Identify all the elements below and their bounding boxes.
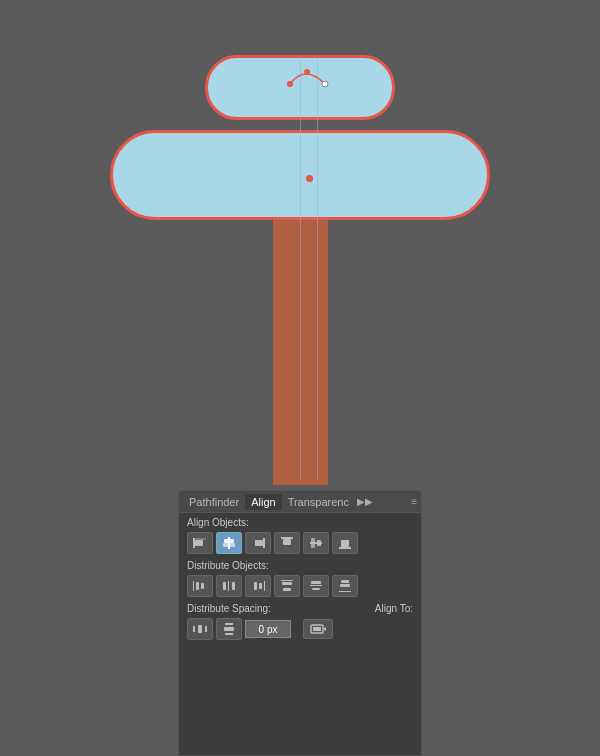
tab-menu-icon[interactable]: ≡ xyxy=(411,496,417,507)
tab-more-icon[interactable]: ▶▶ xyxy=(357,496,373,507)
dist-vspace-btn[interactable] xyxy=(216,618,242,640)
svg-rect-33 xyxy=(339,591,351,592)
svg-rect-36 xyxy=(193,626,195,632)
svg-rect-9 xyxy=(263,538,265,548)
dist-right-icon xyxy=(250,579,266,593)
svg-rect-19 xyxy=(196,582,199,590)
dist-top-icon xyxy=(279,579,295,593)
align-top-icon xyxy=(279,536,295,550)
sign-illustration xyxy=(110,55,490,485)
svg-rect-21 xyxy=(228,581,229,591)
svg-rect-7 xyxy=(224,539,234,543)
svg-rect-4 xyxy=(195,540,203,546)
svg-rect-41 xyxy=(224,627,234,631)
align-to-label: Align To: xyxy=(375,603,413,614)
distribute-spacing-row xyxy=(179,616,421,642)
svg-rect-38 xyxy=(198,625,202,633)
svg-rect-30 xyxy=(310,585,322,586)
svg-rect-16 xyxy=(339,547,351,549)
align-panel: Pathfinder Align Transparenc ▶▶ ≡ Align … xyxy=(178,490,422,756)
svg-rect-39 xyxy=(225,623,233,625)
align-hcenter-btn[interactable] xyxy=(216,532,242,554)
svg-rect-12 xyxy=(283,539,291,545)
align-top-btn[interactable] xyxy=(274,532,300,554)
dist-hspace-icon xyxy=(192,622,208,636)
arc-handle xyxy=(285,59,335,94)
dist-bottom-icon xyxy=(337,579,353,593)
tab-pathfinder[interactable]: Pathfinder xyxy=(183,494,245,510)
svg-rect-20 xyxy=(201,583,204,589)
svg-rect-37 xyxy=(205,626,207,632)
dist-hcenter-icon xyxy=(221,579,237,593)
align-right-icon xyxy=(250,536,266,550)
svg-rect-10 xyxy=(255,540,263,546)
distribute-spacing-label: Distribute Spacing: xyxy=(187,603,271,614)
svg-rect-23 xyxy=(232,582,235,590)
svg-rect-25 xyxy=(254,582,257,590)
svg-rect-11 xyxy=(281,537,293,539)
svg-rect-17 xyxy=(341,540,349,547)
dist-vcenter-icon xyxy=(308,579,324,593)
svg-rect-29 xyxy=(283,588,291,591)
distribute-objects-label: Distribute Objects: xyxy=(179,556,421,573)
svg-point-1 xyxy=(304,69,310,75)
bbox-line-right xyxy=(317,60,318,480)
svg-rect-3 xyxy=(193,538,195,548)
dist-vcenter-btn[interactable] xyxy=(303,575,329,597)
svg-rect-15 xyxy=(317,540,321,546)
align-right-btn[interactable] xyxy=(245,532,271,554)
svg-rect-43 xyxy=(313,627,321,631)
tab-bar: Pathfinder Align Transparenc ▶▶ ≡ xyxy=(179,491,421,513)
px-input[interactable] xyxy=(245,620,291,638)
svg-rect-5 xyxy=(195,538,206,540)
dist-hcenter-btn[interactable] xyxy=(216,575,242,597)
align-vcenter-btn[interactable] xyxy=(303,532,329,554)
dist-left-icon xyxy=(192,579,208,593)
align-bottom-btn[interactable] xyxy=(332,532,358,554)
align-left-icon xyxy=(192,536,208,550)
tab-align[interactable]: Align xyxy=(245,494,281,510)
bbox-line-left xyxy=(300,60,301,480)
svg-point-2 xyxy=(322,81,328,87)
svg-rect-35 xyxy=(341,580,349,583)
svg-rect-26 xyxy=(259,583,262,589)
dist-vspace-icon xyxy=(221,622,237,636)
svg-rect-27 xyxy=(281,580,293,581)
svg-point-0 xyxy=(287,81,293,87)
svg-rect-28 xyxy=(282,582,292,585)
svg-rect-22 xyxy=(223,582,226,590)
svg-rect-14 xyxy=(311,538,315,548)
distribute-objects-row xyxy=(179,573,421,599)
svg-rect-8 xyxy=(223,543,235,547)
tab-transparenc[interactable]: Transparenc xyxy=(282,494,355,510)
align-left-btn[interactable] xyxy=(187,532,213,554)
dist-left-btn[interactable] xyxy=(187,575,213,597)
svg-rect-40 xyxy=(225,633,233,635)
svg-rect-32 xyxy=(312,588,320,590)
canvas-area xyxy=(0,0,600,490)
dist-right-btn[interactable] xyxy=(245,575,271,597)
align-objects-label: Align Objects: xyxy=(179,513,421,530)
dist-hspace-btn[interactable] xyxy=(187,618,213,640)
svg-rect-18 xyxy=(193,581,194,591)
align-vcenter-icon xyxy=(308,536,324,550)
svg-rect-24 xyxy=(264,581,265,591)
align-hcenter-icon xyxy=(221,536,237,550)
align-objects-row xyxy=(179,530,421,556)
dist-bottom-btn[interactable] xyxy=(332,575,358,597)
align-to-dropdown[interactable] xyxy=(303,619,333,639)
align-to-icon xyxy=(309,621,327,637)
svg-rect-31 xyxy=(311,581,321,584)
anchor-center xyxy=(306,175,313,182)
svg-rect-34 xyxy=(340,584,350,587)
spacing-section-header: Distribute Spacing: Align To: xyxy=(179,599,421,616)
dist-top-btn[interactable] xyxy=(274,575,300,597)
align-bottom-icon xyxy=(337,536,353,550)
